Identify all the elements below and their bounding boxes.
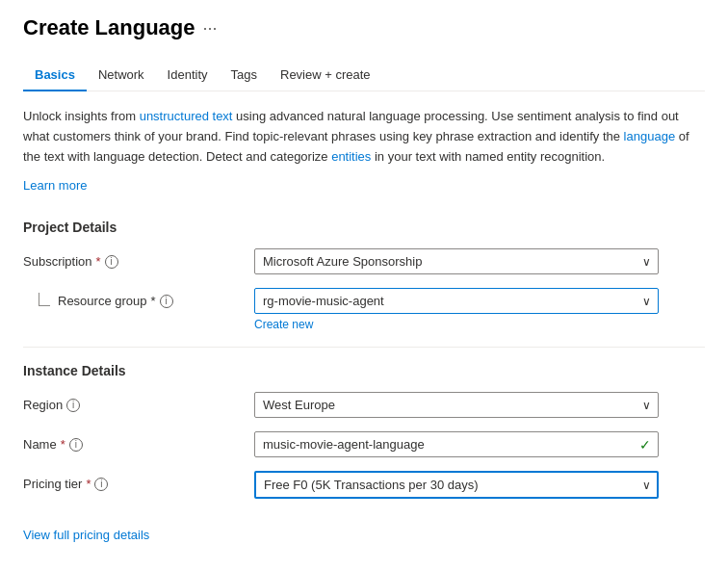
resource-group-select[interactable]: rg-movie-music-agent xyxy=(254,288,659,314)
description-text: Unlock insights from unstructured text u… xyxy=(23,107,697,167)
pricing-tier-label: Pricing tier * i xyxy=(23,471,254,491)
page-title-row: Create Language ··· xyxy=(23,15,705,40)
l-connector xyxy=(39,293,50,306)
tab-network[interactable]: Network xyxy=(87,60,156,91)
region-control: West Europe xyxy=(254,392,659,418)
unstructured-text-link[interactable]: unstructured text xyxy=(140,109,233,123)
resource-group-row: Resource group * i rg-movie-music-agent … xyxy=(23,288,705,331)
resource-group-required: * xyxy=(151,294,156,308)
resource-group-label: Resource group xyxy=(58,294,147,308)
page-title: Create Language xyxy=(23,15,195,40)
name-input-wrapper: ✓ xyxy=(254,431,659,457)
tab-basics[interactable]: Basics xyxy=(23,60,87,91)
subscription-label: Subscription * i xyxy=(23,248,254,269)
section-divider xyxy=(23,347,705,348)
subscription-select-wrapper: Microsoft Azure Sponsorship xyxy=(254,248,659,274)
name-control: ✓ xyxy=(254,431,659,457)
region-info-icon[interactable]: i xyxy=(66,399,80,412)
subscription-row: Subscription * i Microsoft Azure Sponsor… xyxy=(23,248,705,274)
pricing-tier-select[interactable]: Free F0 (5K Transactions per 30 days) xyxy=(254,471,659,499)
resource-group-info-icon[interactable]: i xyxy=(160,295,173,308)
subscription-control: Microsoft Azure Sponsorship xyxy=(254,248,659,274)
subscription-select[interactable]: Microsoft Azure Sponsorship xyxy=(254,248,659,274)
region-label: Region i xyxy=(23,392,254,412)
instance-details-title: Instance Details xyxy=(23,363,705,378)
pricing-tier-control: Free F0 (5K Transactions per 30 days) xyxy=(254,471,659,499)
name-info-icon[interactable]: i xyxy=(69,438,83,452)
region-select[interactable]: West Europe xyxy=(254,392,659,418)
create-new-link[interactable]: Create new xyxy=(254,318,313,331)
learn-more-link[interactable]: Learn more xyxy=(23,178,87,193)
resource-group-control: rg-movie-music-agent Create new xyxy=(254,288,659,331)
language-link[interactable]: language xyxy=(624,129,676,143)
tab-tags[interactable]: Tags xyxy=(220,60,269,91)
name-input[interactable] xyxy=(254,431,659,457)
name-required: * xyxy=(61,437,65,452)
name-row: Name * i ✓ xyxy=(23,431,705,457)
name-label: Name * i xyxy=(23,431,254,452)
tab-review-create[interactable]: Review + create xyxy=(269,60,382,91)
resource-group-label-wrapper: Resource group * i xyxy=(23,288,254,308)
pricing-tier-select-wrapper: Free F0 (5K Transactions per 30 days) xyxy=(254,471,659,499)
name-valid-icon: ✓ xyxy=(639,437,651,453)
subscription-info-icon[interactable]: i xyxy=(105,255,118,269)
project-details-title: Project Details xyxy=(23,220,705,235)
resource-group-select-wrapper: rg-movie-music-agent xyxy=(254,288,659,314)
pricing-tier-info-icon[interactable]: i xyxy=(94,478,108,491)
pricing-tier-row: Pricing tier * i Free F0 (5K Transaction… xyxy=(23,471,705,499)
subscription-required: * xyxy=(96,254,101,269)
region-select-wrapper: West Europe xyxy=(254,392,659,418)
view-pricing-link[interactable]: View full pricing details xyxy=(23,528,149,542)
pricing-tier-required: * xyxy=(86,477,91,491)
entities-link[interactable]: entities xyxy=(331,149,371,164)
tab-identity[interactable]: Identity xyxy=(156,60,220,91)
more-options-icon[interactable]: ··· xyxy=(203,18,218,39)
tabs-nav: Basics Network Identity Tags Review + cr… xyxy=(23,60,705,91)
region-row: Region i West Europe xyxy=(23,392,705,418)
resource-group-indent: Resource group * i xyxy=(23,294,173,308)
